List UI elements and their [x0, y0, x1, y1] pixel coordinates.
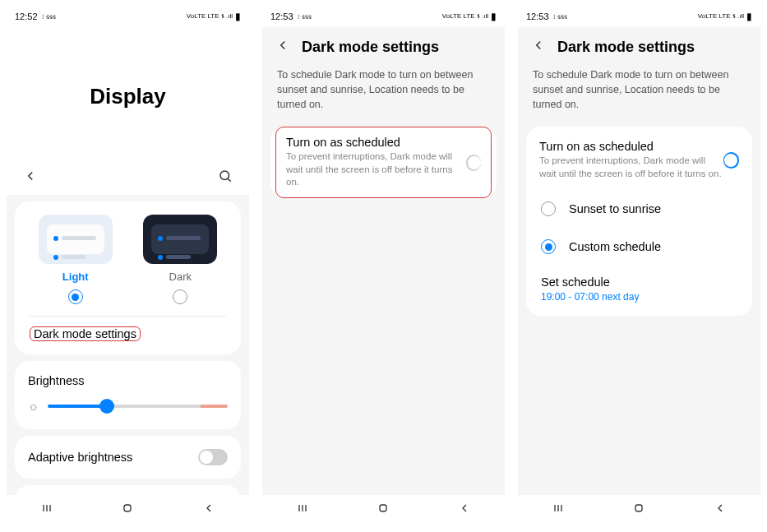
scheduled-subtitle: To prevent interruptions, Dark mode will… [539, 155, 723, 180]
back-button[interactable] [275, 38, 290, 56]
brightness-slider[interactable] [48, 405, 228, 408]
dark-label: Dark [169, 271, 192, 283]
custom-option[interactable]: Custom schedule [526, 228, 752, 266]
svg-rect-13 [635, 505, 642, 511]
status-time: 12:52 [15, 12, 38, 21]
theme-option-light[interactable]: Light [39, 215, 113, 304]
status-network: VoLTE LTE ⫮ .ıll [442, 13, 488, 20]
page-header: Display [7, 26, 249, 159]
page-subtitle: To schedule Dark mode to turn on between… [262, 64, 505, 120]
navigation-bar [262, 495, 505, 525]
home-button[interactable] [632, 502, 645, 518]
custom-radio[interactable] [541, 239, 556, 254]
light-preview-icon [39, 215, 113, 264]
svg-rect-5 [124, 505, 131, 511]
status-left-icons: ⁝ 𝕤𝕤𝕤 [298, 13, 312, 21]
adaptive-brightness-label: Adaptive brightness [28, 451, 132, 464]
sun-icon: ☼ [28, 399, 39, 413]
slider-thumb[interactable] [99, 399, 114, 414]
back-nav-button[interactable] [714, 502, 727, 518]
adaptive-brightness-toggle[interactable] [198, 449, 228, 465]
page-header: Dark mode settings [518, 26, 760, 64]
status-bar: 12:53 ⁝ 𝕤𝕤𝕤 VoLTE LTE ⫮ .ıll ▮ [518, 7, 760, 26]
recent-apps-button[interactable] [40, 502, 53, 518]
dark-preview-icon [143, 215, 217, 264]
recent-apps-button[interactable] [296, 502, 309, 518]
scheduled-toggle[interactable] [723, 152, 739, 169]
status-network: VoLTE LTE ⫮ .ıll [698, 13, 744, 20]
theme-option-dark[interactable]: Dark [143, 215, 217, 304]
page-title: Display [7, 84, 249, 109]
battery-icon: ▮ [491, 11, 497, 22]
light-label: Light [62, 271, 89, 283]
sunset-radio[interactable] [541, 201, 556, 216]
svg-point-0 [220, 171, 229, 180]
status-time: 12:53 [526, 12, 549, 21]
battery-icon: ▮ [235, 11, 241, 22]
custom-label: Custom schedule [569, 240, 661, 253]
set-schedule-row[interactable]: Set schedule 19:00 - 07:00 next day [526, 266, 752, 312]
dark-radio[interactable] [173, 289, 187, 304]
status-network: VoLTE LTE ⫮ .ıll [187, 13, 233, 20]
back-nav-button[interactable] [202, 502, 215, 518]
battery-icon: ▮ [746, 11, 752, 22]
sunset-label: Sunset to sunrise [569, 202, 661, 215]
phone-screen-dark-settings-off: 12:53 ⁝ 𝕤𝕤𝕤 VoLTE LTE ⫮ .ıll ▮ Dark mode… [262, 7, 505, 525]
theme-selector-card: Light Dark Dark mode settings [15, 201, 241, 354]
back-nav-button[interactable] [458, 502, 471, 518]
scheduled-title: Turn on as scheduled [539, 140, 723, 153]
status-left-icons: ⁝ 𝕤𝕤𝕤 [553, 13, 567, 21]
scheduled-toggle[interactable] [466, 155, 481, 171]
page-title: Dark mode settings [557, 39, 695, 56]
phone-screen-dark-settings-on: 12:53 ⁝ 𝕤𝕤𝕤 VoLTE LTE ⫮ .ıll ▮ Dark mode… [518, 7, 760, 525]
back-button[interactable] [23, 169, 38, 187]
brightness-section: Brightness ☼ [15, 363, 241, 428]
phone-screen-display: 12:52 ⁝ 𝕤𝕤𝕤 VoLTE LTE ⫮ .ıll ▮ Display [7, 7, 249, 525]
scheduled-toggle-row[interactable]: Turn on as scheduled To prevent interrup… [526, 130, 752, 190]
status-left-icons: ⁝ 𝕤𝕤𝕤 [42, 13, 56, 21]
status-time: 12:53 [270, 12, 293, 21]
back-button[interactable] [531, 38, 546, 56]
brightness-label: Brightness [28, 374, 228, 387]
dark-mode-settings-link[interactable]: Dark mode settings [23, 317, 233, 351]
light-radio[interactable] [68, 289, 83, 304]
scheduled-title: Turn on as scheduled [286, 136, 466, 149]
svg-line-1 [228, 178, 231, 182]
page-title: Dark mode settings [302, 39, 439, 56]
set-schedule-value: 19:00 - 07:00 next day [541, 291, 737, 303]
scheduled-subtitle: To prevent interruptions, Dark mode will… [286, 150, 466, 189]
navigation-bar [518, 495, 760, 525]
home-button[interactable] [121, 502, 134, 518]
navigation-bar [7, 495, 249, 525]
svg-rect-9 [380, 505, 386, 511]
sunset-option[interactable]: Sunset to sunrise [526, 190, 752, 228]
set-schedule-title: Set schedule [541, 275, 737, 289]
eye-comfort-row[interactable]: Eye comfort shield [15, 487, 241, 495]
search-button[interactable] [218, 169, 233, 187]
adaptive-brightness-row[interactable]: Adaptive brightness [15, 437, 241, 477]
home-button[interactable] [377, 502, 390, 518]
page-header: Dark mode settings [262, 26, 505, 64]
status-bar: 12:52 ⁝ 𝕤𝕤𝕤 VoLTE LTE ⫮ .ıll ▮ [7, 7, 249, 26]
scheduled-toggle-row[interactable]: Turn on as scheduled To prevent interrup… [275, 127, 492, 198]
page-subtitle: To schedule Dark mode to turn on between… [518, 64, 760, 120]
status-bar: 12:53 ⁝ 𝕤𝕤𝕤 VoLTE LTE ⫮ .ıll ▮ [262, 7, 505, 26]
recent-apps-button[interactable] [552, 502, 565, 518]
